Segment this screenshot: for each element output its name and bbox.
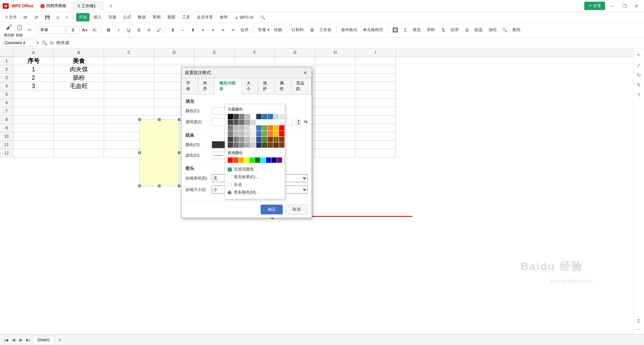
cell-B10[interactable] (54, 132, 104, 141)
menu-member[interactable]: 会员专享 (194, 13, 216, 21)
cell-I11[interactable] (356, 141, 396, 149)
cell-C3[interactable] (104, 74, 154, 82)
find-icon[interactable]: 🔍 (500, 25, 509, 35)
auto-option[interactable]: 自动 (228, 181, 282, 189)
cell-H5[interactable] (315, 90, 356, 99)
color-swatch[interactable] (279, 137, 284, 142)
color-swatch[interactable] (279, 125, 284, 131)
resize-handle-bm[interactable] (158, 185, 161, 187)
cell-B11[interactable] (54, 141, 104, 149)
standard-color-swatch[interactable] (277, 157, 282, 163)
sort-label[interactable]: 排序· (448, 25, 462, 35)
cell-style-button[interactable]: 单元格样式· (361, 25, 386, 35)
cell-B4[interactable]: 毛血旺 (54, 82, 104, 90)
transparency-down[interactable]: ▼ (296, 122, 301, 125)
standard-color-swatch[interactable] (250, 157, 255, 163)
standard-color-swatch[interactable] (244, 157, 249, 163)
cell-I7[interactable] (356, 107, 396, 116)
cancel-button[interactable]: 取消 (285, 205, 308, 214)
color-swatch[interactable] (239, 120, 245, 125)
cell-E1[interactable] (195, 57, 235, 65)
standard-color-swatch[interactable] (261, 157, 266, 163)
cell-A1[interactable]: 序号 (13, 57, 54, 65)
cell-F1[interactable] (235, 57, 275, 65)
color-swatch[interactable] (245, 137, 250, 142)
color-swatch[interactable] (228, 125, 233, 131)
tab-find-template[interactable]: 🔴 找稻壳模板 (36, 2, 70, 10)
color-swatch[interactable] (279, 120, 284, 125)
cell-H4[interactable] (315, 82, 356, 90)
cell-D1[interactable] (154, 57, 195, 65)
theme-color-grid[interactable] (228, 114, 282, 148)
color-swatch[interactable] (262, 137, 267, 142)
color-swatch[interactable] (268, 137, 273, 142)
fill-button[interactable]: 🔲 (390, 25, 400, 35)
color-swatch[interactable] (268, 125, 273, 131)
table-icon[interactable]: ⊞ (307, 25, 317, 35)
cell-B8[interactable] (54, 116, 104, 124)
color-swatch[interactable] (228, 142, 233, 148)
color-swatch[interactable] (228, 131, 233, 136)
fill-color-button[interactable]: 🖊 (154, 25, 164, 35)
formula-search-icon[interactable]: 🔍 (42, 40, 47, 46)
sheet-nav-next[interactable]: ▶ (17, 337, 24, 343)
align-left-button[interactable]: ≡ (198, 25, 208, 35)
underline-button[interactable]: U (124, 25, 133, 35)
cut-button[interactable]: ✂ (25, 25, 34, 35)
cell-B5[interactable] (54, 90, 104, 99)
cell-B1[interactable]: 美食 (54, 57, 104, 65)
cell-H1[interactable] (315, 57, 356, 65)
standard-color-swatch[interactable] (266, 157, 271, 163)
cell-H2[interactable] (315, 65, 356, 74)
color-swatch[interactable] (262, 114, 267, 119)
cell-A5[interactable] (13, 90, 54, 99)
align-right-button[interactable]: ≡ (218, 25, 228, 35)
cell-I3[interactable] (356, 74, 396, 82)
color-swatch[interactable] (233, 131, 239, 136)
menu-undo-icon[interactable]: ⟳ (21, 13, 30, 21)
add-tab-button[interactable]: + (107, 3, 115, 9)
sheet-nav-first[interactable]: |◀ (3, 337, 9, 343)
color-swatch[interactable] (251, 114, 256, 119)
cell-H8[interactable] (315, 116, 356, 124)
color-swatch[interactable] (273, 120, 279, 125)
color-swatch[interactable] (251, 131, 256, 136)
restore-button[interactable]: ❐ (620, 1, 629, 11)
color-swatch[interactable] (251, 120, 256, 125)
color-swatch[interactable] (268, 131, 273, 136)
menu-data[interactable]: 数据 (135, 13, 149, 21)
menu-save-icon[interactable]: 💾 (42, 14, 53, 21)
cell-I12[interactable] (356, 149, 396, 157)
cell-I6[interactable] (356, 99, 396, 107)
dialog-tab-property[interactable]: 属性 (275, 78, 292, 94)
cell-H10[interactable] (315, 132, 356, 141)
minimize-button[interactable]: ─ (608, 1, 617, 11)
dialog-tab-color-line[interactable]: 颜色与线条 (215, 78, 241, 94)
color-swatch[interactable] (256, 137, 262, 142)
cell-I5[interactable] (356, 90, 396, 99)
formula-bar-content[interactable]: 肉夹馍 (56, 40, 641, 46)
cell-A3[interactable]: 2 (13, 74, 54, 82)
standard-color-swatch[interactable] (228, 157, 233, 163)
color-swatch[interactable] (239, 142, 245, 148)
color-swatch[interactable] (228, 137, 233, 142)
table-button[interactable]: 工作表· (317, 25, 334, 35)
color-swatch[interactable] (262, 120, 267, 125)
number-format-button[interactable]: 常规 ▾ (256, 25, 271, 35)
format-brush-button[interactable]: 🖌 (4, 23, 14, 32)
sidebar-sum-icon[interactable]: Σ (635, 317, 643, 325)
cell-B3[interactable]: 肠粉 (54, 74, 104, 82)
menu-search-icon[interactable]: 🔍 (258, 14, 268, 21)
convert-button[interactable]: 转换· (272, 25, 285, 35)
conditional-format-button[interactable]: 条件格式· (339, 25, 360, 35)
color-swatch[interactable] (233, 137, 239, 142)
color-swatch[interactable] (256, 125, 262, 131)
cell-B6[interactable] (54, 99, 104, 107)
transparency-spinner[interactable]: ▲ ▼ (296, 119, 301, 125)
strikethrough-button[interactable]: S (134, 25, 144, 35)
cell-A7[interactable] (13, 107, 54, 116)
color-swatch[interactable] (233, 114, 239, 119)
close-button[interactable]: ✕ (632, 1, 641, 11)
color-swatch[interactable] (279, 114, 284, 119)
sidebar-more-icon[interactable]: ··· (635, 325, 643, 333)
